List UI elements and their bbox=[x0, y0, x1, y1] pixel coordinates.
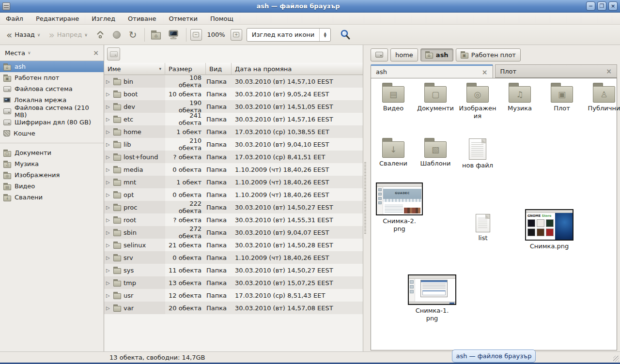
menu-file[interactable]: Файл bbox=[5, 14, 24, 23]
expander-icon[interactable]: ▷ bbox=[106, 205, 111, 210]
table-row[interactable]: ▷ mnt 1 обект Папка 1.10.2009 (чт) 18,40… bbox=[104, 176, 363, 188]
table-row[interactable]: ▷ boot 10 обекта Папка 30.03.2010 (вт) 9… bbox=[104, 88, 363, 100]
view-mode-combo[interactable]: Изглед като икони ▲▼ bbox=[247, 28, 331, 42]
search-button[interactable] bbox=[336, 27, 355, 43]
column-header-size[interactable]: Размер bbox=[165, 63, 206, 75]
menu-edit[interactable]: Редактиране bbox=[35, 14, 80, 23]
combo-spinner-icon[interactable]: ▲▼ bbox=[320, 32, 330, 38]
tab-close-icon[interactable]: × bbox=[482, 68, 488, 76]
tab-ash[interactable]: ash × bbox=[371, 64, 493, 78]
sidebar-item-encrypted-80gb[interactable]: Шифриран дял (80 GB) bbox=[0, 117, 104, 128]
sidebar-item-documents[interactable]: ▢ Документи bbox=[0, 147, 104, 158]
up-button[interactable] bbox=[93, 27, 108, 43]
icon-item-music[interactable]: ♫ Музика bbox=[500, 82, 539, 121]
zoom-in-button[interactable]: + bbox=[231, 29, 242, 41]
expander-icon[interactable]: ▷ bbox=[106, 79, 111, 84]
forward-dropdown-icon[interactable]: ∨ bbox=[84, 32, 88, 37]
expander-icon[interactable]: ▷ bbox=[106, 255, 111, 260]
table-row[interactable]: ▷ root ? обекта Папка 30.03.2010 (вт) 14… bbox=[104, 213, 363, 226]
close-button[interactable]: × bbox=[608, 1, 618, 11]
expander-icon[interactable]: ▷ bbox=[106, 142, 111, 147]
path-home-button[interactable]: home bbox=[390, 48, 418, 61]
sidebar-item-ash[interactable]: ⌂ ash bbox=[0, 61, 104, 72]
expander-icon[interactable]: ▷ bbox=[106, 91, 111, 97]
places-dropdown-icon[interactable]: ∨ bbox=[28, 50, 31, 55]
expander-icon[interactable]: ▷ bbox=[106, 243, 111, 248]
expander-icon[interactable]: ▷ bbox=[106, 230, 111, 235]
table-row[interactable]: ▷ var 20 обекта Папка 30.03.2010 (вт) 14… bbox=[104, 302, 363, 314]
maximize-button[interactable]: ❐ bbox=[597, 1, 606, 11]
sidebar-item-images[interactable]: ◎ Изображения bbox=[0, 169, 104, 181]
back-button[interactable]: « Назад ∨ bbox=[3, 27, 44, 43]
table-row[interactable]: ▷ proc 222 обекта Папка 30.03.2010 (вт) … bbox=[104, 201, 363, 213]
icon-item-desktop[interactable]: ▣ Плот bbox=[542, 82, 581, 121]
table-row[interactable]: ▷ lib 210 обекта Папка 30.03.2010 (вт) 9… bbox=[104, 138, 363, 151]
home-button[interactable]: ⌂ bbox=[149, 27, 163, 43]
table-row[interactable]: ▷ sys 11 обекта Папка 30.03.2010 (вт) 14… bbox=[104, 264, 363, 276]
expander-icon[interactable]: ▷ bbox=[106, 167, 111, 172]
expander-icon[interactable]: ▷ bbox=[106, 192, 111, 197]
table-row[interactable]: ▷ bin 108 обекта Папка 30.03.2010 (вт) 1… bbox=[104, 75, 363, 88]
back-dropdown-icon[interactable]: ∨ bbox=[37, 32, 41, 37]
stop-button[interactable] bbox=[109, 27, 124, 43]
file-item-list[interactable]: list bbox=[476, 214, 490, 242]
sidebar-item-trash[interactable]: Кошче bbox=[0, 128, 104, 139]
icon-item-templates[interactable]: ▧ Шаблони bbox=[416, 137, 455, 169]
table-row[interactable]: ▷ opt 0 обекта Папка 1.10.2009 (чт) 18,4… bbox=[104, 188, 363, 201]
icon-item-images[interactable]: ◎ Изображения bbox=[458, 82, 497, 121]
minimize-button[interactable]: − bbox=[586, 1, 595, 11]
forward-button[interactable]: » Напред ∨ bbox=[45, 27, 91, 43]
column-header-date[interactable]: Дата на промяна bbox=[232, 63, 363, 75]
tab-desktop[interactable]: Плот × bbox=[495, 64, 618, 78]
column-header-name[interactable]: Име ▾ bbox=[104, 63, 165, 75]
icon-item-documents[interactable]: ▢ Документи bbox=[416, 82, 455, 121]
sidebar-item-downloads[interactable]: ↓ Свалени bbox=[0, 192, 104, 203]
tab-close-icon[interactable]: × bbox=[606, 67, 612, 75]
table-row[interactable]: ▷ home 1 обект Папка 17.03.2010 (ср) 10,… bbox=[104, 125, 363, 138]
table-row[interactable]: ▷ srv 0 обекта Папка 1.10.2009 (чт) 18,4… bbox=[104, 251, 363, 264]
resize-grip[interactable] bbox=[613, 356, 619, 362]
taskbar-window-button[interactable]: ash — файлов браузър bbox=[452, 349, 536, 363]
path-root-button[interactable] bbox=[371, 48, 388, 61]
show-device-button[interactable] bbox=[107, 47, 120, 61]
expander-icon[interactable]: ▷ bbox=[106, 104, 111, 109]
expander-icon[interactable]: ▷ bbox=[106, 305, 111, 311]
menu-go[interactable]: Отиване bbox=[127, 14, 157, 23]
sidebar-item-music[interactable]: ♫ Музика bbox=[0, 158, 104, 169]
file-item-shot1[interactable]: Снимка-1.png bbox=[408, 274, 456, 323]
table-row[interactable]: ▷ dev 190 обекта Папка 30.03.2010 (вт) 1… bbox=[104, 100, 363, 113]
table-row[interactable]: ▷ usr 12 обекта Папка 17.03.2010 (ср) 8,… bbox=[104, 289, 363, 302]
computer-button[interactable] bbox=[165, 27, 182, 43]
table-row[interactable]: ▷ selinux 21 обекта Папка 30.03.2010 (вт… bbox=[104, 239, 363, 251]
places-title[interactable]: Места bbox=[5, 49, 25, 57]
sidebar-close-icon[interactable]: × bbox=[93, 49, 99, 57]
zoom-out-button[interactable]: − bbox=[190, 29, 202, 41]
icon-canvas[interactable]: ▤ Видео ▢ Документи ◎ Изображения ♫ Музи… bbox=[371, 78, 617, 350]
sidebar-item-filesystem[interactable]: Файлова система bbox=[0, 83, 104, 94]
reload-button[interactable]: ↻ bbox=[125, 27, 140, 43]
table-row[interactable]: ▷ lost+found ? обекта Папка 17.03.2010 (… bbox=[104, 151, 363, 163]
expander-icon[interactable]: ▷ bbox=[106, 154, 111, 160]
icon-item-newfile[interactable]: нов файл bbox=[458, 137, 497, 169]
table-row[interactable]: ▷ tmp 13 обекта Папка 30.03.2010 (вт) 15… bbox=[104, 276, 363, 289]
sidebar-item-video[interactable]: ▤ Видео bbox=[0, 181, 104, 192]
sidebar-item-desktop[interactable]: ▣ Работен плот bbox=[0, 72, 104, 83]
column-header-type[interactable]: Вид bbox=[206, 63, 232, 75]
table-row[interactable]: ▷ sbin 272 обекта Папка 30.03.2010 (вт) … bbox=[104, 226, 363, 239]
table-row[interactable]: ▷ media 0 обекта Папка 1.10.2009 (чт) 18… bbox=[104, 163, 363, 176]
table-row[interactable]: ▷ etc 241 обекта Папка 30.03.2010 (вт) 1… bbox=[104, 113, 363, 125]
icon-item-public[interactable]: ♙ Публични bbox=[585, 82, 620, 121]
expander-icon[interactable]: ▷ bbox=[106, 180, 111, 185]
pane-splitter[interactable] bbox=[363, 45, 367, 351]
path-desktop-button[interactable]: ▣ Работен плот bbox=[456, 48, 521, 61]
menu-bookmarks[interactable]: Отметки bbox=[168, 14, 198, 23]
expander-icon[interactable]: ▷ bbox=[106, 117, 111, 122]
expander-icon[interactable]: ▷ bbox=[106, 280, 111, 286]
icon-item-downloads[interactable]: ↓ Свалени bbox=[374, 137, 413, 169]
expander-icon[interactable]: ▷ bbox=[106, 217, 111, 223]
icon-item-video[interactable]: ▤ Видео bbox=[374, 82, 413, 121]
file-item-shot2[interactable]: GUADEC Снимка-2.png bbox=[376, 182, 423, 233]
menu-help[interactable]: Помощ bbox=[209, 14, 234, 23]
file-item-shot[interactable]: GNOME Store Снимка.png bbox=[525, 209, 574, 250]
path-ash-button[interactable]: ⌂ ash bbox=[420, 48, 453, 61]
